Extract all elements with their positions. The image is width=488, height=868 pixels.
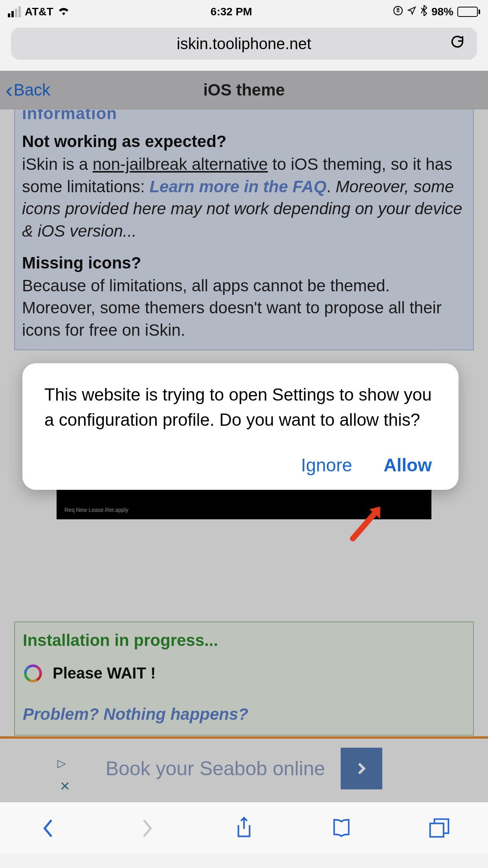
- install-title: Installation in progress...: [23, 631, 465, 650]
- svg-rect-7: [430, 823, 443, 837]
- page-title: iOS theme: [0, 81, 488, 99]
- spinner-icon: [23, 663, 43, 684]
- ad-info-icon[interactable]: ▷: [57, 757, 66, 770]
- orientation-lock-icon: [393, 6, 403, 18]
- faq-link[interactable]: Learn more in the FAQ: [149, 177, 326, 196]
- safari-toolbar: [0, 802, 488, 854]
- battery-icon: [457, 7, 480, 17]
- wait-text: Please WAIT !: [53, 664, 156, 682]
- ad-fineprint: Req New Lease.Ret.apply: [64, 507, 128, 513]
- q1-underlined: non-jailbreak alternative: [93, 155, 268, 173]
- share-icon[interactable]: [228, 813, 260, 844]
- toolbar-forward-button: [131, 813, 162, 844]
- wifi-icon: [57, 6, 70, 18]
- ad-close-icon[interactable]: ✕: [60, 779, 70, 794]
- q1-dot: .: [327, 177, 331, 196]
- bottom-ad-text: Book your Seabob online: [106, 757, 325, 780]
- location-icon: [407, 6, 416, 18]
- back-button[interactable]: ‹ Back: [0, 79, 50, 101]
- info-box: Information Not working as expected? iSk…: [14, 108, 474, 350]
- bookmarks-icon[interactable]: [326, 813, 357, 844]
- page-nav: ‹ Back iOS theme: [0, 71, 488, 109]
- dialog-message: This website is trying to open Settings …: [44, 382, 437, 432]
- address-bar[interactable]: iskin.tooliphone.net: [11, 28, 477, 60]
- address-area: iskin.tooliphone.net: [0, 24, 488, 71]
- status-bar: AT&T 6:32 PM 98%: [0, 0, 488, 24]
- permission-dialog: This website is trying to open Settings …: [22, 363, 459, 490]
- signal-bars-icon: [8, 6, 21, 17]
- clock-label: 6:32 PM: [211, 6, 252, 18]
- dialog-actions: Ignore Allow: [44, 454, 437, 476]
- ignore-button[interactable]: Ignore: [301, 454, 352, 476]
- toolbar-back-button[interactable]: [33, 813, 64, 844]
- svg-point-0: [394, 6, 402, 15]
- bluetooth-icon: [420, 5, 427, 19]
- q1-body: iSkin is a non-jailbreak alternative to …: [22, 153, 466, 243]
- status-left: AT&T: [8, 6, 70, 18]
- q2-body: Because of limitations, all apps cannot …: [22, 275, 466, 342]
- q1-pre: iSkin is a: [22, 155, 93, 173]
- allow-button[interactable]: Allow: [383, 454, 432, 476]
- bottom-ad[interactable]: ▷ ✕ Book your Seabob online: [0, 739, 488, 798]
- url-label: iskin.tooliphone.net: [177, 35, 311, 53]
- content-area: Information Not working as expected? iSk…: [0, 108, 488, 350]
- q1-title: Not working as expected?: [22, 132, 466, 151]
- back-label: Back: [14, 81, 50, 99]
- problem-link[interactable]: Problem? Nothing happens?: [23, 705, 465, 724]
- status-right: 98%: [393, 5, 480, 19]
- battery-pct-label: 98%: [431, 6, 453, 18]
- q2-title: Missing icons?: [22, 254, 466, 272]
- tabs-icon[interactable]: [424, 813, 455, 844]
- carrier-label: AT&T: [25, 6, 53, 18]
- chevron-left-icon: ‹: [6, 79, 13, 101]
- install-box: Installation in progress... Please WAIT …: [14, 622, 474, 736]
- reload-icon[interactable]: [449, 34, 465, 53]
- ad-arrow-button[interactable]: [341, 748, 382, 789]
- wait-row: Please WAIT !: [23, 663, 465, 684]
